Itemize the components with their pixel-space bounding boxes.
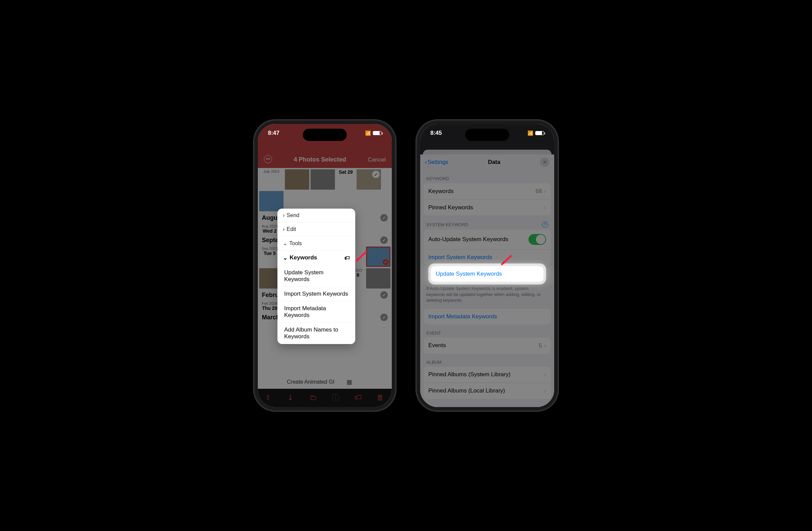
check-icon[interactable] xyxy=(380,291,388,299)
row-keywords[interactable]: Keywords68› xyxy=(424,183,551,199)
annotation-arrow xyxy=(497,253,513,269)
status-icons xyxy=(365,130,382,137)
phone-right: 8:45 ‹Settings Data ✕ Keyword Keywords68… xyxy=(416,120,558,411)
chevron-right-icon: › xyxy=(544,204,546,211)
help-icon[interactable]: ? xyxy=(542,222,548,227)
row-auto-update: Auto-Update System Keywords xyxy=(424,229,551,250)
battery-icon xyxy=(535,131,544,135)
chevron-right-icon: › xyxy=(544,388,546,394)
menu-item-keywords[interactable]: ⌄Keywords🏷 xyxy=(277,251,355,266)
phone-left: 8:47 ••• 4 Photos Selected Cancel July 2… xyxy=(254,120,396,411)
status-time: 8:45 xyxy=(430,130,442,137)
tools-list-tail: Create Animated GI▦ Adjust Date/Time🗓 Ad… xyxy=(281,375,358,389)
battery-icon xyxy=(373,131,382,135)
check-icon[interactable] xyxy=(380,236,388,244)
status-bar: 8:47 xyxy=(258,124,392,142)
thumbnail[interactable] xyxy=(366,268,390,289)
bottom-toolbar: ⇪ ⤓ 🗀 ⓘ 🏷 🗑 xyxy=(258,389,392,407)
thumbnail[interactable] xyxy=(357,169,381,190)
sheet-nav: ‹Settings Data ✕ xyxy=(420,154,554,170)
thumbnail[interactable] xyxy=(310,169,335,190)
status-bar: 8:45 xyxy=(420,124,554,142)
status-time: 8:47 xyxy=(268,130,279,137)
keyword-group: Keywords68› Pinned Keywords› xyxy=(424,183,551,215)
day-label: Sep 2023Tue 5 xyxy=(259,247,280,267)
day-label: Sat 29 xyxy=(336,169,355,190)
download-icon[interactable]: ⤓ xyxy=(287,394,295,402)
thumbnail[interactable] xyxy=(259,191,284,211)
day-label: Aug 2023Wed 2 xyxy=(259,224,280,234)
month-label: July 2023 xyxy=(259,169,284,190)
album-group: Pinned Albums (System Library)› Pinned A… xyxy=(424,367,551,399)
tag-icon[interactable]: 🏷 xyxy=(354,394,362,402)
menu-item-send[interactable]: ›Send xyxy=(277,209,355,223)
row-update-system-keywords-highlight[interactable]: Update System Keywords xyxy=(427,266,547,282)
status-icons xyxy=(527,130,544,137)
section-header: Event xyxy=(420,324,554,338)
back-button[interactable]: ‹Settings xyxy=(425,159,448,166)
tag-icon: 🏷 xyxy=(345,255,350,261)
header-title: 4 Photos Selected xyxy=(294,156,346,163)
thumbnail-selected[interactable]: ✓ xyxy=(366,247,390,267)
thumbnail[interactable] xyxy=(285,169,309,190)
import-meta-group: Import Metadata Keywords xyxy=(424,309,551,324)
section-header: Album xyxy=(420,353,554,367)
row-import-system-keywords[interactable]: Import System Keywords xyxy=(424,250,551,265)
sheet-title: Data xyxy=(488,159,501,166)
event-group: Events5› xyxy=(424,338,551,353)
helper-text: If Auto-Update System Keywords is enable… xyxy=(420,283,554,304)
chevron-right-icon: › xyxy=(544,342,546,349)
day-label: Feb 2024Thu 29 xyxy=(259,302,280,311)
check-icon[interactable] xyxy=(380,313,388,321)
section-header: Keyword xyxy=(420,170,554,183)
action-popover: ›Send ›Edit ⌄Tools ⌄Keywords🏷 Update Sys… xyxy=(277,209,355,344)
share-icon[interactable]: ⇪ xyxy=(265,394,273,402)
wifi-icon xyxy=(365,130,371,137)
gif-icon: ▦ xyxy=(346,378,352,386)
row-import-metadata-keywords[interactable]: Import Metadata Keywords xyxy=(424,309,551,324)
menu-item-update-system-keywords[interactable]: Update System Keywords xyxy=(277,266,355,287)
menu-item[interactable]: Create Animated GI▦ xyxy=(281,375,358,389)
check-icon[interactable] xyxy=(380,214,388,222)
row-events[interactable]: Events5› xyxy=(424,338,551,353)
menu-item-add-album-names[interactable]: Add Album Names to Keywords xyxy=(277,323,355,344)
row-pinned-albums-local[interactable]: Pinned Albums (Local Library)› xyxy=(424,383,551,399)
chevron-left-icon: ‹ xyxy=(425,159,427,166)
toggle-auto-update[interactable] xyxy=(528,234,546,245)
menu-item-import-system-keywords[interactable]: Import System Keywords xyxy=(277,287,355,302)
cancel-button[interactable]: Cancel xyxy=(368,156,386,163)
menu-item-tools[interactable]: ⌄Tools xyxy=(277,236,355,251)
menu-item-import-metadata-keywords[interactable]: Import Metadata Keywords xyxy=(277,302,355,323)
section-header: System Keyword? xyxy=(420,215,554,229)
row-pinned-albums-system[interactable]: Pinned Albums (System Library)› xyxy=(424,367,551,383)
chevron-right-icon: › xyxy=(544,371,546,378)
more-button[interactable]: ••• xyxy=(264,155,272,163)
close-button[interactable]: ✕ xyxy=(540,157,549,167)
row-pinned-keywords[interactable]: Pinned Keywords› xyxy=(424,199,551,215)
annotation-arrow xyxy=(352,249,368,265)
chevron-right-icon: › xyxy=(544,187,546,194)
system-keyword-group: Auto-Update System Keywords Import Syste… xyxy=(424,229,551,265)
info-icon[interactable]: ⓘ xyxy=(332,394,340,402)
wifi-icon xyxy=(527,130,533,137)
menu-item-edit[interactable]: ›Edit xyxy=(277,223,355,236)
trash-icon[interactable]: 🗑 xyxy=(377,394,385,402)
folder-add-icon[interactable]: 🗀 xyxy=(309,394,318,402)
